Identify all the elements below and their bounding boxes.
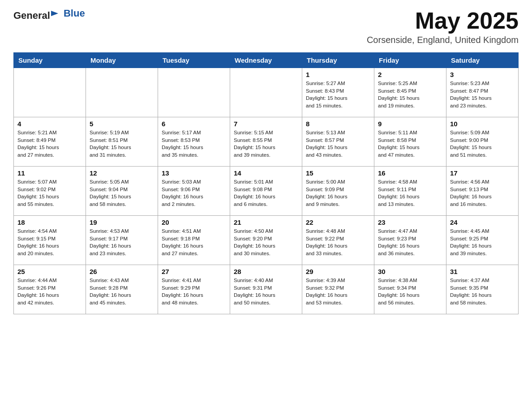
calendar-cell: 31Sunrise: 4:37 AM Sunset: 9:35 PM Dayli… xyxy=(446,265,519,314)
day-info: Sunrise: 4:40 AM Sunset: 9:31 PM Dayligh… xyxy=(234,277,298,307)
calendar-cell: 11Sunrise: 5:07 AM Sunset: 9:02 PM Dayli… xyxy=(14,167,86,216)
day-info: Sunrise: 4:50 AM Sunset: 9:20 PM Dayligh… xyxy=(234,227,298,257)
day-number: 30 xyxy=(378,268,442,275)
day-info: Sunrise: 4:53 AM Sunset: 9:17 PM Dayligh… xyxy=(90,227,154,257)
day-number: 7 xyxy=(234,120,298,128)
day-number: 26 xyxy=(90,268,154,275)
day-number: 24 xyxy=(450,218,515,226)
calendar-header: SundayMondayTuesdayWednesdayThursdayFrid… xyxy=(14,53,519,68)
day-info: Sunrise: 5:19 AM Sunset: 8:51 PM Dayligh… xyxy=(90,129,154,159)
weekday-header-wednesday: Wednesday xyxy=(230,53,302,68)
calendar-cell: 16Sunrise: 4:58 AM Sunset: 9:11 PM Dayli… xyxy=(374,167,446,216)
weekday-header-row: SundayMondayTuesdayWednesdayThursdayFrid… xyxy=(14,53,519,68)
weekday-header-sunday: Sunday xyxy=(14,53,86,68)
day-info: Sunrise: 5:27 AM Sunset: 8:43 PM Dayligh… xyxy=(306,80,370,110)
location-text: Corsenside, England, United Kingdom xyxy=(367,35,519,45)
day-number: 8 xyxy=(306,120,370,128)
day-number: 22 xyxy=(306,218,370,226)
calendar-cell xyxy=(14,68,86,117)
calendar-cell xyxy=(86,68,158,117)
day-info: Sunrise: 5:09 AM Sunset: 9:00 PM Dayligh… xyxy=(450,129,515,159)
day-info: Sunrise: 4:37 AM Sunset: 9:35 PM Dayligh… xyxy=(450,277,515,307)
day-number: 15 xyxy=(306,169,370,177)
day-info: Sunrise: 4:45 AM Sunset: 9:25 PM Dayligh… xyxy=(450,227,515,257)
calendar-cell: 8Sunrise: 5:13 AM Sunset: 8:57 PM Daylig… xyxy=(302,117,374,167)
calendar-week-row: 18Sunrise: 4:54 AM Sunset: 9:15 PM Dayli… xyxy=(14,216,519,265)
day-number: 31 xyxy=(450,268,515,275)
day-info: Sunrise: 4:44 AM Sunset: 9:26 PM Dayligh… xyxy=(17,277,82,307)
day-info: Sunrise: 4:39 AM Sunset: 9:32 PM Dayligh… xyxy=(306,277,370,307)
calendar-cell: 15Sunrise: 5:00 AM Sunset: 9:09 PM Dayli… xyxy=(302,167,374,216)
day-number: 20 xyxy=(162,218,226,226)
day-info: Sunrise: 5:05 AM Sunset: 9:04 PM Dayligh… xyxy=(90,178,154,208)
calendar-cell: 5Sunrise: 5:19 AM Sunset: 8:51 PM Daylig… xyxy=(86,117,158,167)
day-number: 4 xyxy=(17,120,82,128)
calendar-cell: 20Sunrise: 4:51 AM Sunset: 9:18 PM Dayli… xyxy=(158,216,230,265)
day-info: Sunrise: 5:21 AM Sunset: 8:49 PM Dayligh… xyxy=(17,129,82,159)
calendar-cell: 13Sunrise: 5:03 AM Sunset: 9:06 PM Dayli… xyxy=(158,167,230,216)
calendar-cell: 17Sunrise: 4:56 AM Sunset: 9:13 PM Dayli… xyxy=(446,167,519,216)
calendar-week-row: 1Sunrise: 5:27 AM Sunset: 8:43 PM Daylig… xyxy=(14,68,519,117)
calendar-cell: 2Sunrise: 5:25 AM Sunset: 8:45 PM Daylig… xyxy=(374,68,446,117)
day-info: Sunrise: 5:00 AM Sunset: 9:09 PM Dayligh… xyxy=(306,178,370,208)
calendar-cell: 29Sunrise: 4:39 AM Sunset: 9:32 PM Dayli… xyxy=(302,265,374,314)
calendar-cell: 21Sunrise: 4:50 AM Sunset: 9:20 PM Dayli… xyxy=(230,216,302,265)
day-number: 14 xyxy=(234,169,298,177)
calendar-week-row: 4Sunrise: 5:21 AM Sunset: 8:49 PM Daylig… xyxy=(14,117,519,167)
calendar-cell: 24Sunrise: 4:45 AM Sunset: 9:25 PM Dayli… xyxy=(446,216,519,265)
day-info: Sunrise: 4:41 AM Sunset: 9:29 PM Dayligh… xyxy=(162,277,226,307)
day-info: Sunrise: 5:13 AM Sunset: 8:57 PM Dayligh… xyxy=(306,129,370,159)
calendar-cell: 22Sunrise: 4:48 AM Sunset: 9:22 PM Dayli… xyxy=(302,216,374,265)
calendar-cell: 1Sunrise: 5:27 AM Sunset: 8:43 PM Daylig… xyxy=(302,68,374,117)
day-number: 18 xyxy=(17,218,82,226)
calendar-body: 1Sunrise: 5:27 AM Sunset: 8:43 PM Daylig… xyxy=(14,68,519,314)
day-number: 1 xyxy=(306,71,370,78)
logo-general-text: General xyxy=(13,9,60,21)
calendar-cell: 3Sunrise: 5:23 AM Sunset: 8:47 PM Daylig… xyxy=(446,68,519,117)
day-info: Sunrise: 5:11 AM Sunset: 8:58 PM Dayligh… xyxy=(378,129,442,159)
day-number: 6 xyxy=(162,120,226,128)
month-title: May 2025 xyxy=(367,9,519,32)
day-number: 13 xyxy=(162,169,226,177)
day-info: Sunrise: 4:58 AM Sunset: 9:11 PM Dayligh… xyxy=(378,178,442,208)
calendar-cell: 25Sunrise: 4:44 AM Sunset: 9:26 PM Dayli… xyxy=(14,265,86,314)
day-info: Sunrise: 4:38 AM Sunset: 9:34 PM Dayligh… xyxy=(378,277,442,307)
weekday-header-thursday: Thursday xyxy=(302,53,374,68)
day-number: 23 xyxy=(378,218,442,226)
day-number: 5 xyxy=(90,120,154,128)
day-number: 17 xyxy=(450,169,515,177)
calendar-cell xyxy=(230,68,302,117)
day-info: Sunrise: 5:25 AM Sunset: 8:45 PM Dayligh… xyxy=(378,80,442,110)
svg-marker-0 xyxy=(51,11,58,16)
day-info: Sunrise: 5:01 AM Sunset: 9:08 PM Dayligh… xyxy=(234,178,298,208)
day-info: Sunrise: 4:43 AM Sunset: 9:28 PM Dayligh… xyxy=(90,277,154,307)
calendar-cell: 12Sunrise: 5:05 AM Sunset: 9:04 PM Dayli… xyxy=(86,167,158,216)
calendar-table: SundayMondayTuesdayWednesdayThursdayFrid… xyxy=(13,52,519,314)
calendar-cell: 18Sunrise: 4:54 AM Sunset: 9:15 PM Dayli… xyxy=(14,216,86,265)
day-number: 19 xyxy=(90,218,154,226)
calendar-week-row: 11Sunrise: 5:07 AM Sunset: 9:02 PM Dayli… xyxy=(14,167,519,216)
day-number: 2 xyxy=(378,71,442,78)
day-info: Sunrise: 5:15 AM Sunset: 8:55 PM Dayligh… xyxy=(234,129,298,159)
day-number: 3 xyxy=(450,71,515,78)
calendar-cell: 10Sunrise: 5:09 AM Sunset: 9:00 PM Dayli… xyxy=(446,117,519,167)
day-info: Sunrise: 4:54 AM Sunset: 9:15 PM Dayligh… xyxy=(17,227,82,257)
calendar-cell: 6Sunrise: 5:17 AM Sunset: 8:53 PM Daylig… xyxy=(158,117,230,167)
day-number: 11 xyxy=(17,169,82,177)
calendar-cell: 30Sunrise: 4:38 AM Sunset: 9:34 PM Dayli… xyxy=(374,265,446,314)
calendar-cell: 27Sunrise: 4:41 AM Sunset: 9:29 PM Dayli… xyxy=(158,265,230,314)
day-info: Sunrise: 5:07 AM Sunset: 9:02 PM Dayligh… xyxy=(17,178,82,208)
day-info: Sunrise: 4:48 AM Sunset: 9:22 PM Dayligh… xyxy=(306,227,370,257)
day-info: Sunrise: 5:17 AM Sunset: 8:53 PM Dayligh… xyxy=(162,129,226,159)
weekday-header-monday: Monday xyxy=(86,53,158,68)
day-number: 10 xyxy=(450,120,515,128)
day-info: Sunrise: 4:56 AM Sunset: 9:13 PM Dayligh… xyxy=(450,178,515,208)
title-section: May 2025 Corsenside, England, United Kin… xyxy=(367,9,519,45)
calendar-cell xyxy=(158,68,230,117)
day-info: Sunrise: 4:51 AM Sunset: 9:18 PM Dayligh… xyxy=(162,227,226,257)
day-number: 9 xyxy=(378,120,442,128)
calendar-cell: 4Sunrise: 5:21 AM Sunset: 8:49 PM Daylig… xyxy=(14,117,86,167)
page-header: General Blue May 2025 Corsenside, Englan… xyxy=(13,9,519,45)
logo-flag-icon xyxy=(50,10,60,20)
day-number: 27 xyxy=(162,268,226,275)
